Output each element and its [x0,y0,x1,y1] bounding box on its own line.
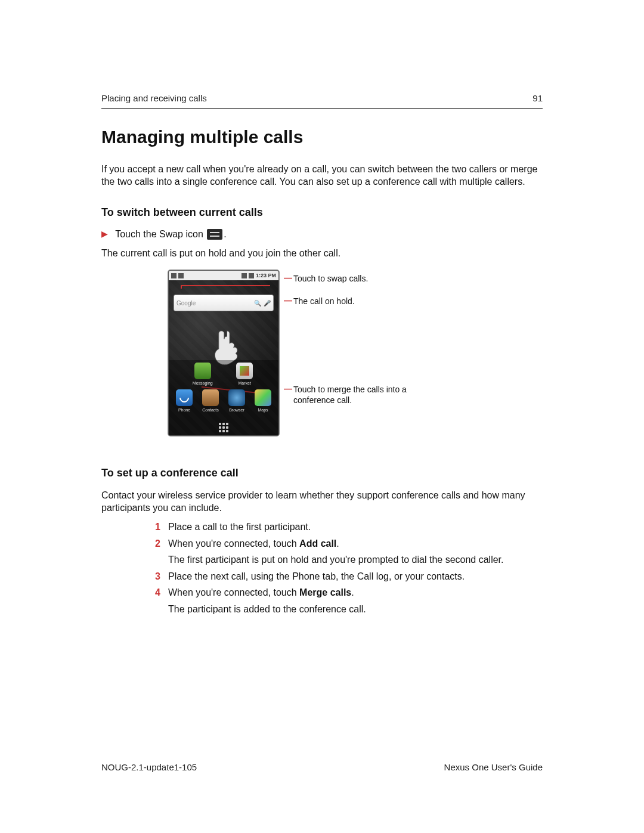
callout-dash-icon: — [284,296,292,305]
app-maps: Maps [253,389,273,413]
app-phone: Phone [174,389,194,413]
callout-swap: Touch to swap calls. [293,274,368,284]
conf-intro: Contact your wireless service provider t… [101,489,543,515]
footer-doc-id: NOUG-2.1-update1-105 [101,761,197,773]
numbered-step: 3Place the next call, using the Phone ta… [155,570,543,583]
step-text: Place a call to the first participant. [168,521,543,534]
step-body: When you're connected, touch Merge calls… [168,586,543,615]
phone-home-screen: Google 🔍 🎤 Messaging Market [169,280,278,435]
page-number: 91 [532,92,543,104]
annotation-line [181,285,270,286]
status-time: 1:23 PM [256,272,276,279]
status-icon [171,273,177,278]
search-placeholder: Google [177,299,252,308]
running-header: Placing and receiving calls 91 [101,92,543,109]
google-search-widget: Google 🔍 🎤 [174,295,274,311]
status-icon [178,273,184,278]
step-text: When you're connected, touch Merge calls… [168,586,543,599]
step-number: 3 [155,570,168,583]
numbered-step: 1Place a call to the first participant. [155,521,543,534]
step-after-text: The participant is added to the conferen… [168,603,543,616]
step-swap: ▶ Touch the Swap icon . [101,228,543,241]
search-icon: 🔍 [254,299,261,306]
step-text: Place the next call, using the Phone tab… [168,570,543,583]
annotation-line [181,285,182,289]
callout-merge: Touch to merge the calls into a conferen… [293,385,427,405]
manual-page: Placing and receiving calls 91 Managing … [0,0,644,833]
signal-icon [249,273,254,278]
callout-hold: The call on hold. [293,296,355,307]
step-swap-prefix: Touch the Swap icon [115,229,203,239]
figure: 1:23 PM Google 🔍 🎤 [168,270,543,449]
bullet-triangle-icon: ▶ [101,228,108,240]
step-bold-term: Add call [299,538,336,549]
step-text: When you're connected, touch Add call. [168,537,543,550]
numbered-step: 2When you're connected, touch Add call.T… [155,537,543,566]
step-bold-term: Merge calls [299,587,351,597]
step-body: Place a call to the first participant. [168,521,543,534]
step-swap-result: The current call is put on hold and you … [101,247,543,260]
app-contacts: Contacts [200,389,221,413]
numbered-step: 4When you're connected, touch Merge call… [155,586,543,615]
app-browser: Browser [227,389,247,413]
app-messaging: Messaging [193,363,213,386]
heading-conference-call: To set up a conference call [101,466,543,480]
step-swap-suffix: . [224,229,226,239]
step-body: Place the next call, using the Phone tab… [168,570,543,583]
intro-paragraph: If you accept a new call when you're alr… [101,163,543,188]
callout-dash-icon: — [284,385,292,393]
page-title: Managing multiple calls [101,125,543,150]
step-body: When you're connected, touch Add call.Th… [168,537,543,566]
footer-guide-name: Nexus One User's Guide [444,761,543,773]
section-name: Placing and receiving calls [101,92,207,104]
signal-icon [242,273,247,278]
app-drawer-icon [169,414,278,435]
step-number: 1 [155,521,168,534]
step-after-text: The first participant is put on hold and… [168,553,543,566]
status-bar: 1:23 PM [169,271,278,280]
callout-dash-icon: — [284,274,292,282]
figure-callouts: — Touch to swap calls. — The call on hol… [284,270,427,449]
app-market: Market [234,363,255,386]
step-number: 4 [155,586,168,615]
phone-screenshot: 1:23 PM Google 🔍 🎤 [168,270,279,436]
step-number: 2 [155,537,168,566]
heading-switch-calls: To switch between current calls [101,205,543,219]
page-footer: NOUG-2.1-update1-105 Nexus One User's Gu… [101,761,543,773]
app-dock: Messaging Market Phone Contacts Browser … [169,360,278,436]
swap-icon [207,229,222,240]
mic-icon: 🎤 [264,299,271,306]
